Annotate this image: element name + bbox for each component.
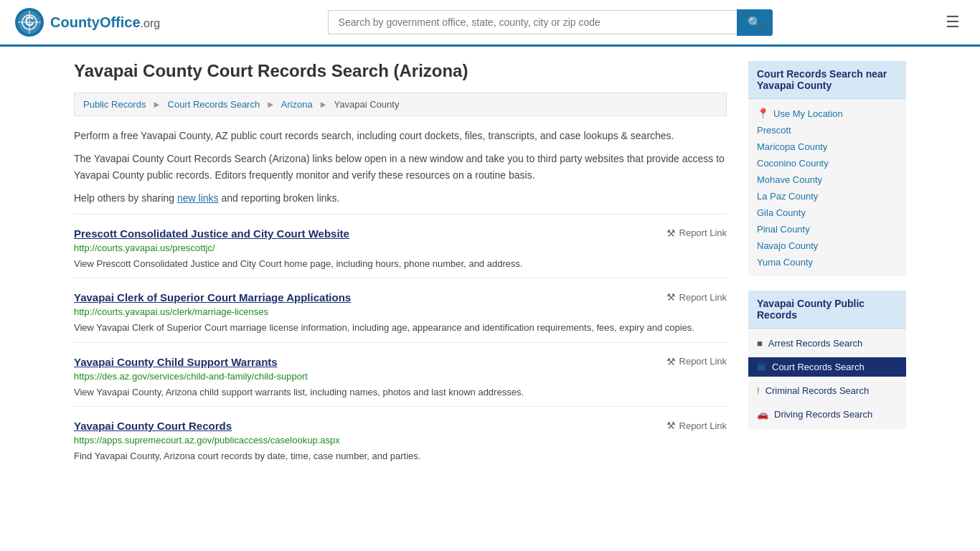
report-link-2[interactable]: ⚒ Report Link [666,356,727,367]
report-link-1[interactable]: ⚒ Report Link [666,291,727,303]
breadcrumb-public-records[interactable]: Public Records [83,99,146,110]
page-title: Yavapai County Court Records Search (Ari… [74,61,727,81]
records-icon-3: 🚗 [757,409,768,420]
nearby-item[interactable]: Navajo County [748,237,906,254]
report-icon-1: ⚒ [666,291,676,303]
search-area: 🔍 [328,9,773,36]
nearby-item[interactable]: Prescott [748,122,906,138]
result-item: Yavapai Clerk of Superior Court Marriage… [74,278,727,342]
records-item[interactable]: 🚗 Driving Records Search [748,402,906,426]
records-link-2[interactable]: ! Criminal Records Search [748,381,906,400]
records-link-0[interactable]: ■ Arrest Records Search [748,334,906,353]
records-item[interactable]: ■ Arrest Records Search [748,331,906,355]
records-list: ■ Arrest Records Search 🏛 Court Records … [748,329,906,429]
records-link-3[interactable]: 🚗 Driving Records Search [748,405,906,424]
result-desc-3: Find Yavapai County, Arizona court recor… [74,449,727,463]
breadcrumb-court-records[interactable]: Court Records Search [168,99,260,110]
nearby-item[interactable]: Maricopa County [748,138,906,155]
result-title-1[interactable]: Yavapai Clerk of Superior Court Marriage… [74,291,351,303]
search-input[interactable] [328,10,737,34]
records-link-1[interactable]: 🏛 Court Records Search [748,357,906,377]
result-item: Yavapai County Child Support Warrants ⚒ … [74,342,727,407]
description-para1: Perform a free Yavapai County, AZ public… [74,128,727,143]
result-url-3[interactable]: https://apps.supremecourt.az.gov/publica… [74,435,727,446]
content-area: Yavapai County Court Records Search (Ari… [74,61,727,471]
nearby-item[interactable]: Coconino County [748,155,906,171]
nearby-item[interactable]: Mohave County [748,171,906,188]
records-section: Yavapai County Public Records ■ Arrest R… [748,291,906,429]
nearby-link-1[interactable]: Prescott [757,125,897,136]
search-button[interactable]: 🔍 [737,9,773,36]
report-link-0[interactable]: ⚒ Report Link [666,227,727,239]
report-icon-3: ⚒ [666,420,676,431]
report-icon-0: ⚒ [666,227,676,239]
nearby-link-2[interactable]: Maricopa County [757,141,897,152]
nearby-list: 📍 Use My LocationPrescottMaricopa County… [748,99,906,276]
records-icon-0: ■ [757,338,763,349]
description-para3: Help others by sharing new links and rep… [74,190,727,206]
result-url-1[interactable]: http://courts.yavapai.us/clerk/marriage-… [74,306,727,317]
nearby-link-4[interactable]: Mohave County [757,174,897,185]
result-url-2[interactable]: https://des.az.gov/services/child-and-fa… [74,371,727,382]
nearby-item[interactable]: La Paz County [748,188,906,204]
nearby-link-0[interactable]: 📍 Use My Location [757,108,897,119]
nearby-section: Court Records Search near Yavapai County… [748,61,906,276]
result-title-2[interactable]: Yavapai County Child Support Warrants [74,356,278,368]
result-item: Yavapai County Court Records ⚒ Report Li… [74,406,727,471]
breadcrumb-yavapai: Yavapai County [334,99,400,110]
location-icon: 📍 [757,108,769,119]
report-icon-2: ⚒ [666,356,676,367]
nearby-item[interactable]: Gila County [748,204,906,221]
header: C CountyOffice.org 🔍 ☰ [0,0,980,47]
nearby-item[interactable]: 📍 Use My Location [748,105,906,122]
records-item[interactable]: 🏛 Court Records Search [748,355,906,379]
logo-text: CountyOffice.org [50,14,160,31]
result-desc-0: View Prescott Consolidated Justice and C… [74,257,727,271]
result-title-3[interactable]: Yavapai County Court Records [74,420,232,432]
result-desc-1: View Yavapai Clerk of Superior Court mar… [74,321,727,335]
nearby-link-3[interactable]: Coconino County [757,158,897,169]
breadcrumb-arizona[interactable]: Arizona [281,99,313,110]
nearby-title: Court Records Search near Yavapai County [748,61,906,99]
results-container: Prescott Consolidated Justice and City C… [74,214,727,471]
nearby-item[interactable]: Pinal County [748,221,906,237]
records-icon-1: 🏛 [757,362,766,372]
nearby-item[interactable]: Yuma County [748,254,906,270]
nearby-link-9[interactable]: Yuma County [757,257,897,268]
result-desc-2: View Yavapai County, Arizona child suppo… [74,385,727,400]
new-links-link[interactable]: new links [177,192,219,204]
result-url-0[interactable]: http://courts.yavapai.us/prescottjc/ [74,242,727,253]
logo-area: C CountyOffice.org [14,7,160,37]
breadcrumb: Public Records ► Court Records Search ► … [74,93,727,116]
nearby-link-6[interactable]: Gila County [757,207,897,218]
main-wrapper: Yavapai County Court Records Search (Ari… [60,47,920,485]
report-link-3[interactable]: ⚒ Report Link [666,420,727,431]
logo-icon: C [14,7,44,37]
records-icon-2: ! [757,385,760,396]
sidebar: Court Records Search near Yavapai County… [748,61,906,471]
result-title-0[interactable]: Prescott Consolidated Justice and City C… [74,227,349,240]
records-title: Yavapai County Public Records [748,291,906,329]
result-item: Prescott Consolidated Justice and City C… [74,214,727,278]
nearby-link-8[interactable]: Navajo County [757,240,897,251]
nearby-link-7[interactable]: Pinal County [757,224,897,235]
nearby-link-5[interactable]: La Paz County [757,191,897,202]
description-para2: The Yavapai County Court Records Search … [74,151,727,183]
menu-button[interactable]: ☰ [940,10,966,34]
records-item[interactable]: ! Criminal Records Search [748,379,906,402]
